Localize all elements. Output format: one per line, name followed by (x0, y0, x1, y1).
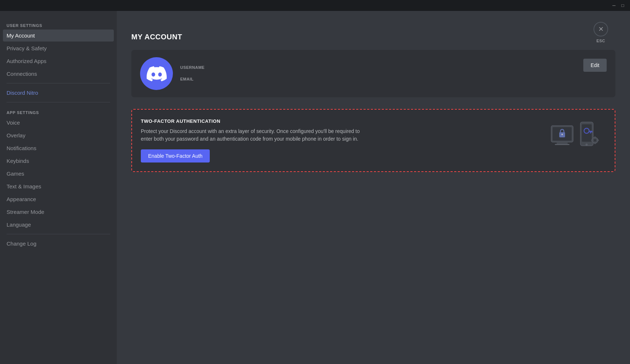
discord-logo-icon (147, 64, 167, 84)
svg-point-14 (594, 139, 596, 142)
sidebar-item-my-account[interactable]: My Account (3, 30, 114, 42)
avatar-inner (140, 57, 173, 90)
sidebar-item-label: Authorized Apps (7, 58, 46, 64)
sidebar-item-keybinds[interactable]: Keybinds (3, 155, 114, 167)
twofa-description: Protect your Discord account with an ext… (141, 128, 367, 143)
sidebar: USER SETTINGS My Account Privacy & Safet… (0, 11, 117, 364)
sidebar-item-label: Notifications (7, 145, 36, 151)
twofa-section: TWO-FACTOR AUTHENTICATION Protect your D… (131, 109, 615, 172)
sidebar-item-label: Privacy & Safety (7, 45, 47, 51)
settings-container: USER SETTINGS My Account Privacy & Safet… (0, 11, 630, 364)
sidebar-item-voice[interactable]: Voice (3, 117, 114, 129)
svg-rect-2 (555, 144, 569, 145)
twofa-illustration (548, 118, 606, 151)
esc-label: ESC (596, 39, 605, 43)
sidebar-item-label: Games (7, 171, 24, 177)
twofa-title: TWO-FACTOR AUTHENTICATION (141, 118, 540, 124)
enable-2fa-button[interactable]: Enable Two-Factor Auth (141, 149, 210, 163)
svg-point-8 (585, 144, 588, 146)
account-info: USERNAME EMAIL (180, 65, 607, 82)
sidebar-item-notifications[interactable]: Notifications (3, 142, 114, 154)
security-illustration-icon (548, 118, 606, 151)
sidebar-item-streamer-mode[interactable]: Streamer Mode (3, 206, 114, 218)
sidebar-item-label: Overlay (7, 132, 26, 138)
page-title: MY ACCOUNT (131, 33, 615, 41)
sidebar-item-label: Streamer Mode (7, 209, 44, 215)
edit-button[interactable]: Edit (583, 59, 607, 72)
minimize-button[interactable]: ─ (610, 1, 618, 10)
sidebar-item-privacy-safety[interactable]: Privacy & Safety (3, 42, 114, 54)
username-field-group: USERNAME (180, 65, 607, 70)
sidebar-item-label: Voice (7, 120, 20, 126)
close-button[interactable]: ✕ (594, 22, 608, 36)
sidebar-item-label: Appearance (7, 196, 36, 202)
email-field-group: EMAIL (180, 77, 607, 82)
account-card: USERNAME EMAIL Edit (131, 50, 615, 97)
content-area: MY ACCOUNT USERNAME EMAIL (117, 11, 630, 364)
sidebar-item-label: Keybinds (7, 158, 29, 164)
avatar (140, 57, 173, 90)
svg-rect-17 (591, 140, 593, 141)
close-area: ✕ ESC (594, 22, 608, 43)
username-label: USERNAME (180, 65, 607, 70)
sidebar-item-games[interactable]: Games (3, 168, 114, 180)
svg-rect-18 (597, 140, 599, 141)
sidebar-item-label: My Account (7, 32, 35, 39)
sidebar-item-label: Text & Images (7, 183, 41, 189)
twofa-content: TWO-FACTOR AUTHENTICATION Protect your D… (141, 118, 540, 163)
sidebar-item-language[interactable]: Language (3, 219, 114, 231)
sidebar-divider-1 (7, 83, 110, 83)
sidebar-item-label: Discord Nitro (7, 90, 38, 96)
svg-rect-15 (595, 137, 596, 138)
titlebar: ─ □ (0, 0, 630, 11)
sidebar-item-discord-nitro[interactable]: Discord Nitro (3, 87, 114, 99)
svg-rect-16 (595, 142, 596, 144)
sidebar-divider-3 (7, 234, 110, 234)
sidebar-item-overlay[interactable]: Overlay (3, 129, 114, 141)
sidebar-item-authorized-apps[interactable]: Authorized Apps (3, 55, 114, 67)
sidebar-item-connections[interactable]: Connections (3, 68, 114, 80)
maximize-button[interactable]: □ (618, 1, 627, 10)
user-settings-header: USER SETTINGS (3, 21, 114, 29)
sidebar-item-label: Change Log (7, 240, 36, 247)
sidebar-item-text-images[interactable]: Text & Images (3, 180, 114, 192)
svg-rect-1 (557, 142, 568, 144)
svg-point-5 (561, 134, 563, 135)
sidebar-divider-2 (7, 102, 110, 102)
sidebar-item-change-log[interactable]: Change Log (3, 238, 114, 250)
sidebar-item-label: Language (7, 222, 31, 228)
sidebar-item-label: Connections (7, 71, 37, 77)
sidebar-item-appearance[interactable]: Appearance (3, 193, 114, 205)
svg-rect-11 (591, 131, 592, 133)
email-label: EMAIL (180, 77, 607, 81)
app-settings-header: APP SETTINGS (3, 108, 114, 116)
svg-rect-12 (590, 132, 591, 133)
